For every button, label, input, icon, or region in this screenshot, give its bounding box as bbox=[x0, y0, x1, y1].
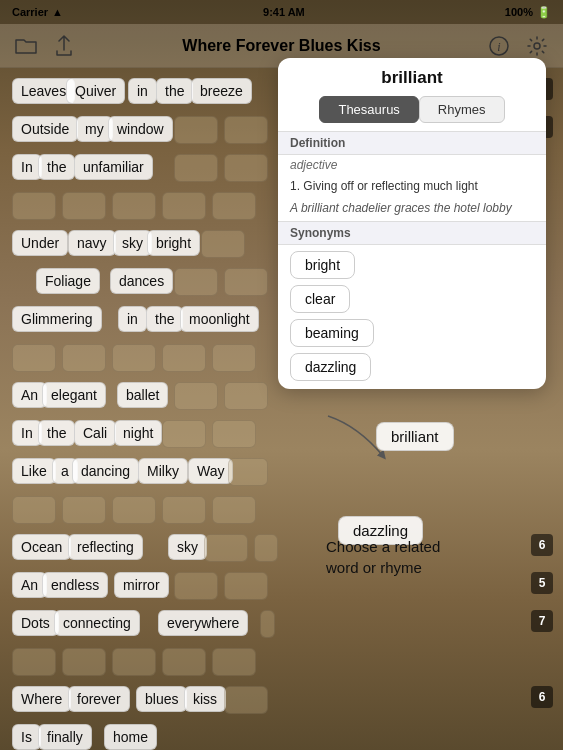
score-6: 6 bbox=[531, 686, 553, 708]
word-endless[interactable]: endless bbox=[42, 572, 108, 598]
word-window[interactable]: window bbox=[108, 116, 173, 142]
settings-icon[interactable] bbox=[523, 32, 551, 60]
battery-label: 100% bbox=[505, 6, 533, 18]
synonym-beaming[interactable]: beaming bbox=[290, 319, 374, 347]
section-synonyms: Synonyms bbox=[278, 221, 546, 245]
word-breeze[interactable]: breeze bbox=[191, 78, 252, 104]
word-the1[interactable]: the bbox=[156, 78, 193, 104]
carrier-label: Carrier bbox=[12, 6, 48, 18]
word-navy[interactable]: navy bbox=[68, 230, 116, 256]
word-the2[interactable]: the bbox=[38, 154, 75, 180]
word-the4[interactable]: the bbox=[38, 420, 75, 446]
synonym-clear[interactable]: clear bbox=[290, 285, 350, 313]
part-of-speech: adjective bbox=[278, 155, 546, 173]
tab-rhymes[interactable]: Rhymes bbox=[419, 96, 505, 123]
synonym-bright[interactable]: bright bbox=[290, 251, 355, 279]
folder-icon[interactable] bbox=[12, 32, 40, 60]
word-mirror[interactable]: mirror bbox=[114, 572, 169, 598]
word-moonlight[interactable]: moonlight bbox=[180, 306, 259, 332]
definition-example: A brilliant chadelier graces the hotel l… bbox=[278, 199, 546, 221]
word-finally[interactable]: finally bbox=[38, 724, 92, 750]
word-kiss[interactable]: kiss bbox=[184, 686, 226, 712]
status-right: 100% 🔋 bbox=[505, 6, 551, 19]
word-milky[interactable]: Milky bbox=[138, 458, 188, 484]
word-in3[interactable]: in bbox=[118, 306, 147, 332]
wifi-icon: ▲ bbox=[52, 6, 63, 18]
status-left: Carrier ▲ bbox=[12, 6, 63, 18]
word-foliage[interactable]: Foliage bbox=[36, 268, 100, 294]
word-dancing[interactable]: dancing bbox=[72, 458, 139, 484]
word-sky2[interactable]: sky bbox=[168, 534, 207, 560]
word-everywhere[interactable]: everywhere bbox=[158, 610, 248, 636]
popover-word-title: brilliant bbox=[278, 58, 546, 92]
word-cali[interactable]: Cali bbox=[74, 420, 116, 446]
svg-text:i: i bbox=[497, 40, 500, 54]
word-the3[interactable]: the bbox=[146, 306, 183, 332]
word-where[interactable]: Where bbox=[12, 686, 71, 712]
synonyms-list: bright clear beaming dazzling bbox=[278, 245, 546, 389]
word-is[interactable]: Is bbox=[12, 724, 41, 750]
popover-tabs: Thesaurus Rhymes bbox=[278, 92, 546, 131]
word-connecting[interactable]: connecting bbox=[54, 610, 140, 636]
section-definition: Definition bbox=[278, 131, 546, 155]
floating-brilliant[interactable]: brilliant bbox=[376, 422, 454, 451]
nav-left bbox=[12, 32, 78, 60]
word-popover: brilliant Thesaurus Rhymes Definition ad… bbox=[278, 58, 546, 389]
score-4: 5 bbox=[531, 572, 553, 594]
status-bar: Carrier ▲ 9:41 AM 100% 🔋 bbox=[0, 0, 563, 24]
word-quiver[interactable]: Quiver bbox=[66, 78, 125, 104]
word-ballet[interactable]: ballet bbox=[117, 382, 168, 408]
word-bright[interactable]: bright bbox=[147, 230, 200, 256]
status-time: 9:41 AM bbox=[263, 6, 305, 18]
word-way[interactable]: Way bbox=[188, 458, 233, 484]
word-ocean[interactable]: Ocean bbox=[12, 534, 71, 560]
svg-point-2 bbox=[534, 43, 540, 49]
word-outside[interactable]: Outside bbox=[12, 116, 78, 142]
word-elegant[interactable]: elegant bbox=[42, 382, 106, 408]
word-reflecting[interactable]: reflecting bbox=[68, 534, 143, 560]
score-3: 6 bbox=[531, 534, 553, 556]
word-unfamiliar[interactable]: unfamiliar bbox=[74, 154, 153, 180]
info-icon[interactable]: i bbox=[485, 32, 513, 60]
word-like[interactable]: Like bbox=[12, 458, 56, 484]
word-blues[interactable]: blues bbox=[136, 686, 187, 712]
word-glimmering[interactable]: Glimmering bbox=[12, 306, 102, 332]
word-dances[interactable]: dances bbox=[110, 268, 173, 294]
nav-right: i bbox=[485, 32, 551, 60]
synonym-dazzling[interactable]: dazzling bbox=[290, 353, 371, 381]
word-night[interactable]: night bbox=[114, 420, 162, 446]
word-in1[interactable]: in bbox=[128, 78, 157, 104]
battery-icon: 🔋 bbox=[537, 6, 551, 19]
word-home[interactable]: home bbox=[104, 724, 157, 750]
score-5: 7 bbox=[531, 610, 553, 632]
page-title: Where Forever Blues Kiss bbox=[182, 37, 380, 55]
choose-related-text: Choose a relatedword or rhyme bbox=[326, 536, 440, 578]
word-under[interactable]: Under bbox=[12, 230, 68, 256]
word-forever[interactable]: forever bbox=[68, 686, 130, 712]
share-icon[interactable] bbox=[50, 32, 78, 60]
tab-thesaurus[interactable]: Thesaurus bbox=[319, 96, 418, 123]
word-dots[interactable]: Dots bbox=[12, 610, 59, 636]
definition-text: 1. Giving off or reflecting much light bbox=[278, 173, 546, 199]
